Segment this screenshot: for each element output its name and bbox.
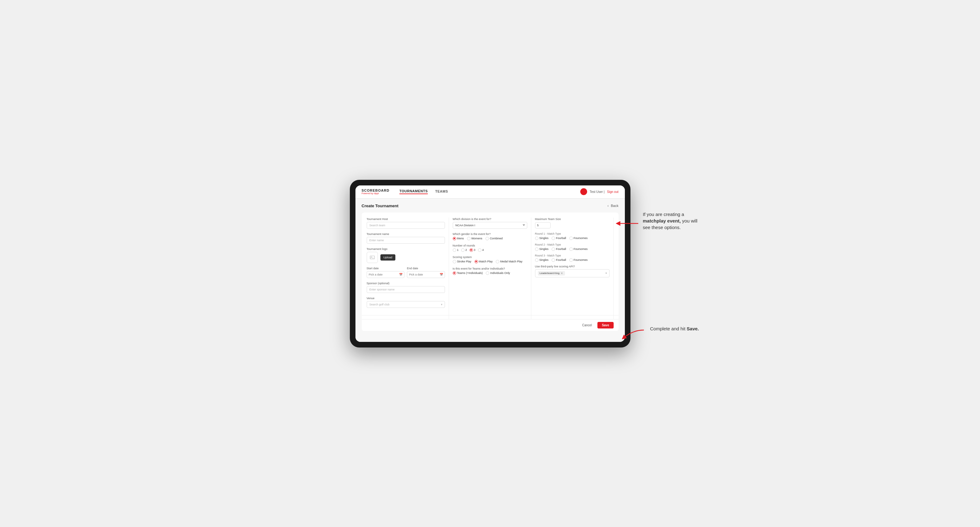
max-team-input[interactable] — [535, 222, 550, 229]
teams-label: Is this event for Teams and/or Individua… — [453, 267, 527, 270]
rounds-label: Number of rounds — [453, 244, 527, 247]
sign-out-link[interactable]: Sign out — [607, 190, 619, 194]
back-arrow-icon: ‹ — [608, 204, 609, 208]
form-container: Tournament Host Tournament name Tourname… — [362, 213, 619, 331]
sponsor-input[interactable] — [367, 286, 445, 293]
nav-tournaments[interactable]: TOURNAMENTS — [399, 189, 428, 194]
radio-r1-foursomes-icon — [570, 237, 573, 240]
back-button[interactable]: ‹ Back — [608, 204, 618, 208]
gender-mens-label: Mens — [457, 237, 464, 240]
gender-womens[interactable]: Womens — [467, 237, 482, 240]
upload-button[interactable]: Upload — [380, 254, 396, 260]
gender-combined[interactable]: Combined — [485, 237, 503, 240]
venue-input[interactable] — [367, 301, 445, 308]
name-input[interactable] — [367, 237, 445, 244]
nav-teams[interactable]: TEAMS — [435, 189, 448, 194]
host-label: Tournament Host — [367, 217, 445, 221]
annotation-right-bold: matchplay event, — [643, 218, 681, 224]
round3-foursomes[interactable]: Foursomes — [570, 258, 588, 262]
api-label: Use third-party live scoring API? — [535, 265, 609, 268]
start-date-field: 📅 — [367, 271, 405, 278]
round-2[interactable]: 2 — [461, 248, 467, 252]
tag-close-icon[interactable]: ✕ — [561, 272, 563, 275]
app-logo: SCOREBOARD Powered by clippt — [362, 189, 390, 194]
teams-field-group: Is this event for Teams and/or Individua… — [453, 267, 527, 275]
annotation-bottom: Complete and hit Save. — [650, 325, 699, 332]
logo-placeholder — [367, 252, 378, 263]
svg-point-1 — [371, 257, 372, 257]
gender-womens-label: Womens — [471, 237, 482, 240]
round-1[interactable]: 1 — [453, 248, 459, 252]
scoring-stroke[interactable]: Stroke Play — [453, 260, 471, 264]
scoring-stroke-label: Stroke Play — [457, 260, 471, 263]
radio-r3-foursomes-icon — [570, 258, 573, 262]
round3-foursomes-label: Foursomes — [574, 258, 588, 262]
radio-r2-foursomes-icon — [570, 248, 573, 251]
round-4-label: 4 — [482, 248, 484, 251]
logo-label: Tournament logo — [367, 248, 445, 251]
api-tag: Leaderboard King ✕ — [538, 271, 565, 276]
radio-r1-fourball-icon — [552, 237, 555, 240]
round3-singles[interactable]: Singles — [535, 258, 549, 262]
round1-singles-label: Singles — [539, 237, 549, 240]
radio-r2-icon — [461, 248, 465, 252]
end-label: End date — [407, 267, 445, 270]
scoring-match[interactable]: Match Play — [474, 260, 493, 264]
api-field-group: Use third-party live scoring API? Leader… — [535, 265, 609, 277]
name-label: Tournament name — [367, 232, 445, 236]
gender-mens[interactable]: Mens — [453, 237, 464, 240]
round2-fourball[interactable]: Fourball — [552, 248, 566, 251]
api-select[interactable]: Leaderboard King ✕ ▾ — [535, 269, 609, 277]
round-2-label: 2 — [466, 248, 467, 251]
gender-radio-group: Mens Womens Combined — [453, 237, 527, 240]
round1-fourball[interactable]: Fourball — [552, 237, 566, 240]
round1-singles[interactable]: Singles — [535, 237, 549, 240]
scoring-field-group: Scoring system Stroke Play Match Play — [453, 256, 527, 264]
round2-foursomes-label: Foursomes — [574, 248, 588, 251]
division-select[interactable]: NCAA Division I — [453, 222, 527, 229]
radio-medal-icon — [496, 260, 499, 264]
end-date-input[interactable] — [407, 271, 445, 278]
individuals-option[interactable]: Individuals Only — [486, 271, 510, 275]
gender-label: Which gender is the event for? — [453, 232, 527, 236]
annotation-right: If you are creating a matchplay event, y… — [643, 211, 699, 231]
individuals-label-text: Individuals Only — [490, 271, 510, 275]
round2-singles-label: Singles — [539, 248, 549, 251]
round3-fourball[interactable]: Fourball — [552, 258, 566, 262]
round3-match-type: Round 3 - Match Type Singles Fourball — [535, 254, 609, 262]
round1-foursomes-label: Foursomes — [574, 237, 588, 240]
teams-option[interactable]: Teams (+Individuals) — [453, 271, 483, 275]
round2-foursomes[interactable]: Foursomes — [570, 248, 588, 251]
api-chevron-icon: ▾ — [606, 272, 607, 275]
round-4[interactable]: 4 — [478, 248, 484, 252]
round2-singles[interactable]: Singles — [535, 248, 549, 251]
max-team-field-group: Maximum Team Size — [535, 217, 609, 229]
host-input[interactable] — [367, 222, 445, 229]
annotation-right-text1: If you are creating a — [643, 212, 684, 217]
sponsor-field-group: Sponsor (optional) — [367, 282, 445, 293]
round3-label: Round 3 - Match Type — [535, 254, 609, 257]
venue-label: Venue — [367, 297, 445, 300]
rounds-radio-group: 1 2 3 — [453, 248, 527, 252]
round2-match-type: Round 2 - Match Type Singles Fourball — [535, 243, 609, 251]
logo-text: SCOREBOARD — [362, 189, 390, 192]
venue-chevron-icon: ▼ — [441, 303, 443, 306]
radio-r2-singles-icon — [535, 248, 538, 251]
cancel-button[interactable]: Cancel — [579, 322, 595, 329]
radio-mens-icon — [453, 237, 456, 240]
annotation-bottom-text1: Complete and hit — [650, 326, 687, 331]
nav-links: TOURNAMENTS TEAMS — [399, 189, 448, 194]
tablet-screen: SCOREBOARD Powered by clippt TOURNAMENTS… — [355, 186, 625, 342]
host-field-group: Tournament Host — [367, 217, 445, 229]
round1-radio-group: Singles Fourball Foursomes — [535, 237, 609, 240]
start-date-input[interactable] — [367, 271, 405, 278]
form-col-3: Maximum Team Size Round 1 - Match Type S… — [531, 217, 614, 326]
round1-foursomes[interactable]: Foursomes — [570, 237, 588, 240]
round3-radio-group: Singles Fourball Foursomes — [535, 258, 609, 262]
radio-r3-singles-icon — [535, 258, 538, 262]
end-date-field: 📅 — [407, 271, 445, 278]
round-3[interactable]: 3 — [469, 248, 476, 252]
round3-fourball-label: Fourball — [556, 258, 566, 262]
scoring-medal[interactable]: Medal Match Play — [496, 260, 523, 264]
save-button[interactable]: Save — [597, 322, 613, 329]
